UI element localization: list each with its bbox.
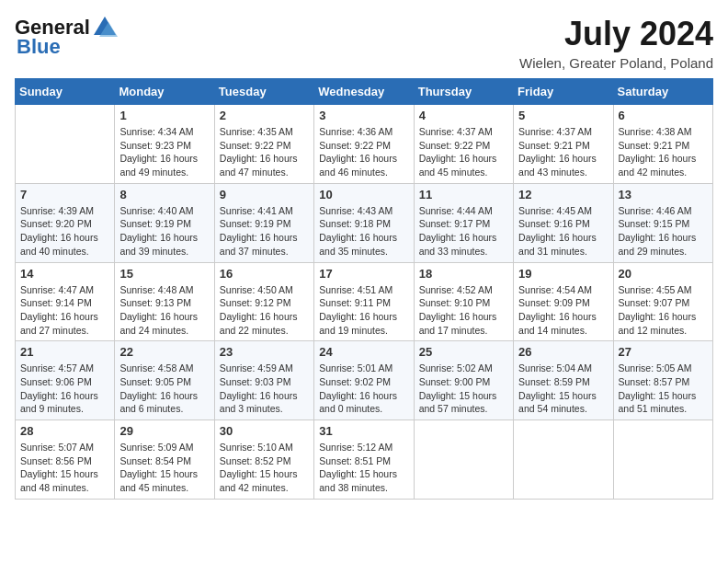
day-number: 29 — [119, 424, 209, 438]
calendar-cell: 7Sunrise: 4:39 AM Sunset: 9:20 PM Daylig… — [16, 183, 115, 262]
cell-content: Sunrise: 4:52 AM Sunset: 9:10 PM Dayligh… — [419, 283, 508, 338]
calendar-cell: 15Sunrise: 4:48 AM Sunset: 9:13 PM Dayli… — [115, 262, 214, 341]
calendar-cell: 12Sunrise: 4:45 AM Sunset: 9:16 PM Dayli… — [514, 183, 613, 262]
cell-content: Sunrise: 4:46 AM Sunset: 9:15 PM Dayligh… — [619, 204, 708, 259]
cell-content: Sunrise: 4:58 AM Sunset: 9:05 PM Dayligh… — [119, 362, 209, 416]
calendar-cell: 21Sunrise: 4:57 AM Sunset: 9:06 PM Dayli… — [16, 341, 115, 420]
day-number: 22 — [119, 345, 209, 359]
cell-content: Sunrise: 5:07 AM Sunset: 8:56 PM Dayligh… — [20, 441, 109, 495]
calendar-cell: 25Sunrise: 5:02 AM Sunset: 9:00 PM Dayli… — [414, 341, 513, 420]
cell-content: Sunrise: 5:02 AM Sunset: 9:00 PM Dayligh… — [419, 362, 508, 416]
calendar-cell: 1Sunrise: 4:34 AM Sunset: 9:23 PM Daylig… — [115, 105, 214, 184]
cell-content: Sunrise: 4:48 AM Sunset: 9:13 PM Dayligh… — [119, 283, 209, 338]
calendar-cell — [613, 420, 712, 500]
day-number: 9 — [220, 188, 309, 201]
day-number: 12 — [518, 188, 608, 201]
weekday-header-row: SundayMondayTuesdayWednesdayThursdayFrid… — [16, 79, 713, 105]
day-number: 3 — [319, 109, 408, 122]
cell-content: Sunrise: 4:41 AM Sunset: 9:19 PM Dayligh… — [220, 204, 309, 259]
day-number: 27 — [619, 345, 708, 359]
calendar-cell: 23Sunrise: 4:59 AM Sunset: 9:03 PM Dayli… — [214, 341, 313, 420]
day-number: 4 — [419, 109, 508, 122]
cell-content: Sunrise: 4:37 AM Sunset: 9:21 PM Dayligh… — [518, 125, 608, 179]
cell-content: Sunrise: 5:05 AM Sunset: 8:57 PM Dayligh… — [619, 362, 708, 416]
day-number: 16 — [220, 267, 309, 281]
calendar-cell: 20Sunrise: 4:55 AM Sunset: 9:07 PM Dayli… — [613, 262, 712, 341]
calendar-cell: 10Sunrise: 4:43 AM Sunset: 9:18 PM Dayli… — [314, 183, 414, 262]
weekday-header-wednesday: Wednesday — [314, 79, 414, 105]
cell-content: Sunrise: 4:43 AM Sunset: 9:18 PM Dayligh… — [319, 204, 408, 259]
day-number: 11 — [419, 188, 508, 201]
calendar-cell: 3Sunrise: 4:36 AM Sunset: 9:22 PM Daylig… — [314, 105, 414, 184]
calendar-table: SundayMondayTuesdayWednesdayThursdayFrid… — [15, 78, 713, 500]
day-number: 26 — [518, 345, 608, 359]
day-number: 25 — [419, 345, 508, 359]
cell-content: Sunrise: 5:10 AM Sunset: 8:52 PM Dayligh… — [220, 441, 309, 495]
calendar-cell: 14Sunrise: 4:47 AM Sunset: 9:14 PM Dayli… — [16, 262, 115, 341]
day-number: 21 — [20, 345, 109, 359]
cell-content: Sunrise: 4:37 AM Sunset: 9:22 PM Dayligh… — [419, 125, 508, 179]
calendar-cell: 16Sunrise: 4:50 AM Sunset: 9:12 PM Dayli… — [214, 262, 313, 341]
weekday-header-saturday: Saturday — [613, 79, 712, 105]
weekday-header-thursday: Thursday — [414, 79, 513, 105]
cell-content: Sunrise: 4:51 AM Sunset: 9:11 PM Dayligh… — [319, 283, 408, 338]
cell-content: Sunrise: 5:01 AM Sunset: 9:02 PM Dayligh… — [319, 362, 408, 416]
cell-content: Sunrise: 4:44 AM Sunset: 9:17 PM Dayligh… — [419, 204, 508, 259]
calendar-cell: 22Sunrise: 4:58 AM Sunset: 9:05 PM Dayli… — [115, 341, 214, 420]
day-number: 2 — [220, 109, 309, 122]
calendar-cell: 13Sunrise: 4:46 AM Sunset: 9:15 PM Dayli… — [613, 183, 712, 262]
cell-content: Sunrise: 4:47 AM Sunset: 9:14 PM Dayligh… — [20, 283, 109, 338]
week-row-5: 28Sunrise: 5:07 AM Sunset: 8:56 PM Dayli… — [16, 420, 713, 500]
calendar-cell: 31Sunrise: 5:12 AM Sunset: 8:51 PM Dayli… — [314, 420, 414, 500]
calendar-cell: 29Sunrise: 5:09 AM Sunset: 8:54 PM Dayli… — [115, 420, 214, 500]
cell-content: Sunrise: 4:54 AM Sunset: 9:09 PM Dayligh… — [518, 283, 608, 338]
day-number: 23 — [220, 345, 309, 359]
title-section: July 2024 Wielen, Greater Poland, Poland — [519, 15, 713, 71]
calendar-cell: 28Sunrise: 5:07 AM Sunset: 8:56 PM Dayli… — [16, 420, 115, 500]
location-subtitle: Wielen, Greater Poland, Poland — [519, 55, 713, 71]
cell-content: Sunrise: 4:34 AM Sunset: 9:23 PM Dayligh… — [119, 125, 209, 179]
day-number: 18 — [419, 267, 508, 281]
weekday-header-monday: Monday — [115, 79, 214, 105]
weekday-header-friday: Friday — [514, 79, 613, 105]
calendar-cell — [514, 420, 613, 500]
cell-content: Sunrise: 4:57 AM Sunset: 9:06 PM Dayligh… — [20, 362, 109, 416]
calendar-cell — [414, 420, 513, 500]
cell-content: Sunrise: 5:04 AM Sunset: 8:59 PM Dayligh… — [518, 362, 608, 416]
day-number: 20 — [619, 267, 708, 281]
day-number: 24 — [319, 345, 408, 359]
logo: General Blue — [15, 15, 118, 59]
calendar-cell: 8Sunrise: 4:40 AM Sunset: 9:19 PM Daylig… — [115, 183, 214, 262]
day-number: 17 — [319, 267, 408, 281]
calendar-cell: 18Sunrise: 4:52 AM Sunset: 9:10 PM Dayli… — [414, 262, 513, 341]
calendar-cell: 11Sunrise: 4:44 AM Sunset: 9:17 PM Dayli… — [414, 183, 513, 262]
calendar-cell: 30Sunrise: 5:10 AM Sunset: 8:52 PM Dayli… — [214, 420, 313, 500]
week-row-1: 1Sunrise: 4:34 AM Sunset: 9:23 PM Daylig… — [16, 105, 713, 184]
cell-content: Sunrise: 4:45 AM Sunset: 9:16 PM Dayligh… — [518, 204, 608, 259]
day-number: 13 — [619, 188, 708, 201]
calendar-cell: 24Sunrise: 5:01 AM Sunset: 9:02 PM Dayli… — [314, 341, 414, 420]
day-number: 19 — [518, 267, 608, 281]
calendar-cell: 6Sunrise: 4:38 AM Sunset: 9:21 PM Daylig… — [613, 105, 712, 184]
month-year-title: July 2024 — [519, 15, 713, 53]
cell-content: Sunrise: 4:50 AM Sunset: 9:12 PM Dayligh… — [220, 283, 309, 338]
calendar-cell: 4Sunrise: 4:37 AM Sunset: 9:22 PM Daylig… — [414, 105, 513, 184]
day-number: 15 — [119, 267, 209, 281]
cell-content: Sunrise: 4:36 AM Sunset: 9:22 PM Dayligh… — [319, 125, 408, 179]
logo-icon — [92, 15, 118, 40]
day-number: 5 — [518, 109, 608, 122]
cell-content: Sunrise: 4:35 AM Sunset: 9:22 PM Dayligh… — [220, 125, 309, 179]
day-number: 30 — [220, 424, 309, 438]
cell-content: Sunrise: 4:39 AM Sunset: 9:20 PM Dayligh… — [20, 204, 109, 259]
day-number: 31 — [319, 424, 408, 438]
cell-content: Sunrise: 4:38 AM Sunset: 9:21 PM Dayligh… — [619, 125, 708, 179]
week-row-3: 14Sunrise: 4:47 AM Sunset: 9:14 PM Dayli… — [16, 262, 713, 341]
day-number: 28 — [20, 424, 109, 438]
day-number: 7 — [20, 188, 109, 201]
day-number: 8 — [119, 188, 209, 201]
calendar-cell: 2Sunrise: 4:35 AM Sunset: 9:22 PM Daylig… — [214, 105, 313, 184]
cell-content: Sunrise: 4:59 AM Sunset: 9:03 PM Dayligh… — [220, 362, 309, 416]
day-number: 1 — [119, 109, 209, 122]
weekday-header-sunday: Sunday — [16, 79, 115, 105]
cell-content: Sunrise: 4:40 AM Sunset: 9:19 PM Dayligh… — [119, 204, 209, 259]
